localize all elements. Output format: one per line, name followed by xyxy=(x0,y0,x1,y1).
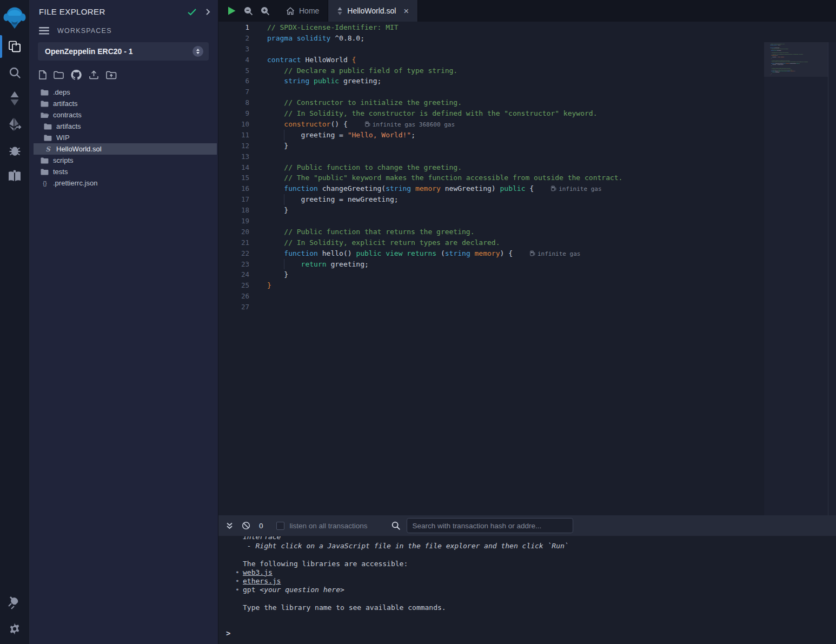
gas-icon xyxy=(365,121,370,127)
terminal: 0 listen on all transactions interface -… xyxy=(218,515,836,644)
folder-icon xyxy=(41,157,49,164)
hamburger-menu-icon[interactable] xyxy=(39,27,49,35)
code-line-17: 17 greeting = newGreeting; xyxy=(218,194,836,205)
upload-folder-button[interactable] xyxy=(106,71,117,79)
collapse-terminal-button[interactable] xyxy=(226,522,233,529)
github-clone-button[interactable] xyxy=(71,70,82,80)
tree-item-artifacts[interactable]: artifacts xyxy=(34,121,217,132)
code-line-7: 7 xyxy=(218,87,836,97)
solidity-file-icon xyxy=(337,7,343,15)
folder-icon xyxy=(41,89,49,96)
sidebar-item-debugger[interactable] xyxy=(0,137,30,163)
new-file-button[interactable] xyxy=(39,70,47,79)
gear-icon xyxy=(8,622,21,635)
terminal-line xyxy=(218,550,836,559)
line-number: 3 xyxy=(218,44,253,55)
gas-estimate-annotation: infinite gas xyxy=(551,185,601,192)
sidebar-item-file-explorer[interactable] xyxy=(0,34,30,59)
tree-item-label: .prettierrc.json xyxy=(53,179,97,187)
code-line-10: 10 constructor() {infinite gas 368600 ga… xyxy=(218,119,836,130)
terminal-line: interface xyxy=(218,536,836,542)
code-line-19: 19 xyxy=(218,216,836,227)
code-editor: Home HelloWorld.sol × 1// SPDX-License-I… xyxy=(218,0,836,515)
new-folder-button[interactable] xyxy=(54,71,64,79)
upload-folder-icon xyxy=(106,71,117,79)
tree-item-wip[interactable]: WIP xyxy=(34,132,217,143)
tree-item-label: .deps xyxy=(53,88,70,96)
tab-home[interactable]: Home xyxy=(277,0,328,22)
json-file-icon: { } xyxy=(43,180,47,187)
play-icon xyxy=(227,6,236,16)
line-number: 25 xyxy=(218,280,253,291)
code-line-24: 24 } xyxy=(218,269,836,280)
library-link[interactable]: ethers.js xyxy=(243,577,281,585)
scrollbar-track-line xyxy=(828,42,828,515)
zoom-in-button[interactable] xyxy=(261,6,270,16)
debugger-icon xyxy=(8,144,22,157)
code-line-14: 14 // Public function to change the gree… xyxy=(218,162,836,173)
zoom-out-button[interactable] xyxy=(244,6,253,16)
terminal-output[interactable]: interface - Right click on a JavaScript … xyxy=(218,536,836,644)
line-number: 15 xyxy=(218,172,253,183)
check-icon[interactable] xyxy=(187,8,197,16)
sidebar-item-deploy-run[interactable] xyxy=(0,111,30,137)
tree-item-label: scripts xyxy=(53,156,74,164)
panel-header: FILE EXPLORER xyxy=(30,0,218,19)
terminal-prompt[interactable]: > xyxy=(226,629,230,638)
tree-item-artifacts[interactable]: artifacts xyxy=(34,98,217,109)
tab-label: Home xyxy=(299,6,319,15)
minimap[interactable]: // SPDX-License-Identifier: MITpragma so… xyxy=(764,42,836,515)
sidebar-item-search[interactable] xyxy=(0,59,30,85)
line-number: 16 xyxy=(218,183,253,194)
code-area[interactable]: 1// SPDX-License-Identifier: MIT2pragma … xyxy=(218,22,836,515)
file-explorer-icon xyxy=(8,39,22,54)
line-number: 27 xyxy=(218,302,253,313)
tree-item-label: WIP xyxy=(56,134,70,142)
line-number: 20 xyxy=(218,227,253,237)
workspaces-label: WORKSPACES xyxy=(57,27,112,35)
icon-ribbon xyxy=(0,0,30,644)
sidebar-item-plugin-manager[interactable] xyxy=(0,590,30,616)
listen-transactions-checkbox[interactable] xyxy=(276,522,284,530)
code-line-9: 9 // In Solidity, the constructor is def… xyxy=(218,108,836,119)
line-number: 8 xyxy=(218,97,253,108)
close-tab-icon[interactable]: × xyxy=(403,6,409,16)
tree-item--prettierrc-json[interactable]: { }.prettierrc.json xyxy=(34,177,217,189)
code-line-22: 22 function hello() public view returns … xyxy=(218,248,836,259)
code-lines: 1// SPDX-License-Identifier: MIT2pragma … xyxy=(218,22,836,313)
panel-title: FILE EXPLORER xyxy=(39,7,187,16)
code-line-2: 2pragma solidity ^0.8.0; xyxy=(218,33,836,44)
folder-icon xyxy=(41,101,49,107)
code-line-3: 3 xyxy=(218,44,836,55)
sidebar-item-settings[interactable] xyxy=(0,616,30,642)
code-line-16: 16 function changeGreeting(string memory… xyxy=(218,183,836,194)
tree-item-label: tests xyxy=(53,168,68,176)
workspace-select-arrows-icon xyxy=(193,46,203,57)
tree-item-tests[interactable]: tests xyxy=(34,166,217,177)
library-link[interactable]: web3.js xyxy=(243,568,273,576)
terminal-search-input[interactable] xyxy=(407,518,573,533)
upload-file-button[interactable] xyxy=(89,70,99,79)
tab-helloworld-sol[interactable]: HelloWorld.sol × xyxy=(328,0,418,22)
chevron-double-down-icon xyxy=(226,522,233,529)
terminal-line: - Right click on a JavaScript file in th… xyxy=(218,542,836,550)
tree-item-contracts[interactable]: contracts xyxy=(34,109,217,121)
tree-item-helloworld-sol[interactable]: SHelloWorld.sol xyxy=(34,143,217,155)
code-line-4: 4contract HelloWorld { xyxy=(218,55,836,65)
line-number: 2 xyxy=(218,33,253,44)
sidebar-item-learneth[interactable] xyxy=(0,163,30,189)
tree-item--deps[interactable]: .deps xyxy=(34,87,217,98)
clear-console-button[interactable] xyxy=(242,521,250,530)
chevron-right-icon[interactable] xyxy=(205,8,210,16)
line-number: 12 xyxy=(218,141,253,151)
line-number: 5 xyxy=(218,65,253,76)
workspace-select[interactable]: OpenZeppelin ERC20 - 1 xyxy=(38,42,209,61)
folder-icon xyxy=(41,169,49,175)
remix-logo[interactable] xyxy=(0,1,30,34)
sidebar-item-solidity-compiler[interactable] xyxy=(0,85,30,111)
run-script-button[interactable] xyxy=(227,6,236,16)
gas-estimate-annotation: infinite gas 368600 gas xyxy=(365,121,455,128)
remix-ide-window: FILE EXPLORER WORKSPACES OpenZeppelin ER… xyxy=(0,0,836,644)
tree-item-scripts[interactable]: scripts xyxy=(34,155,217,166)
listen-transactions-label: listen on all transactions xyxy=(290,522,368,530)
